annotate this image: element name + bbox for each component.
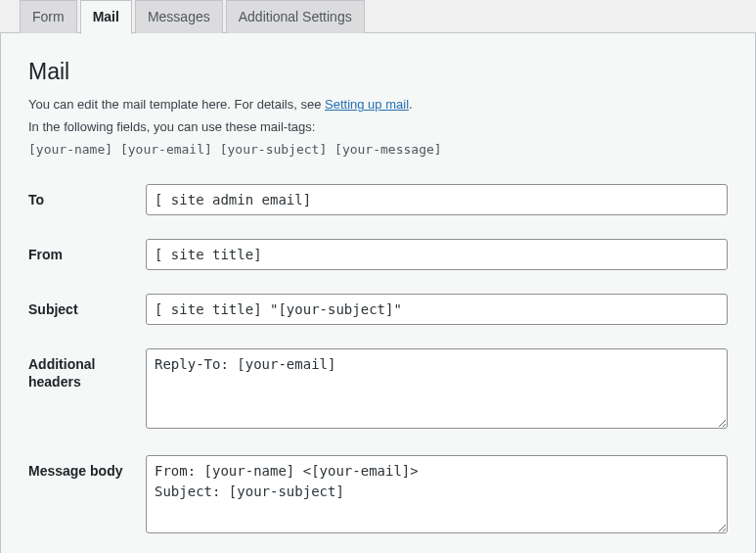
row-to: To	[28, 184, 728, 215]
setting-up-mail-link[interactable]: Setting up mail	[325, 97, 409, 112]
desc-prefix: You can edit the mail template here. For…	[28, 97, 325, 112]
from-input[interactable]	[146, 239, 728, 270]
label-subject: Subject	[28, 294, 146, 318]
tab-mail[interactable]: Mail	[80, 0, 132, 34]
row-additional-headers: Additional headers	[28, 348, 728, 432]
row-from: From	[28, 239, 728, 270]
additional-headers-textarea[interactable]	[146, 348, 728, 429]
label-additional-headers: Additional headers	[28, 348, 146, 391]
panel-description: You can edit the mail template here. For…	[28, 95, 728, 115]
message-body-textarea[interactable]	[146, 455, 728, 533]
label-message-body: Message body	[28, 455, 146, 480]
label-to: To	[28, 184, 146, 208]
row-subject: Subject	[28, 294, 728, 325]
subject-input[interactable]	[146, 294, 728, 325]
row-message-body: Message body	[28, 455, 728, 536]
tab-bar: Form Mail Messages Additional Settings	[0, 0, 756, 33]
mail-tags-list: [your-name] [your-email] [your-subject] …	[28, 142, 728, 157]
to-input[interactable]	[146, 184, 728, 215]
tags-intro: In the following fields, you can use the…	[28, 117, 728, 137]
tab-additional-settings[interactable]: Additional Settings	[226, 0, 365, 33]
tab-messages[interactable]: Messages	[135, 0, 223, 33]
label-from: From	[28, 239, 146, 263]
desc-suffix: .	[409, 97, 413, 112]
mail-panel: Mail You can edit the mail template here…	[0, 32, 756, 553]
tab-form[interactable]: Form	[20, 0, 77, 33]
panel-heading: Mail	[28, 59, 728, 85]
